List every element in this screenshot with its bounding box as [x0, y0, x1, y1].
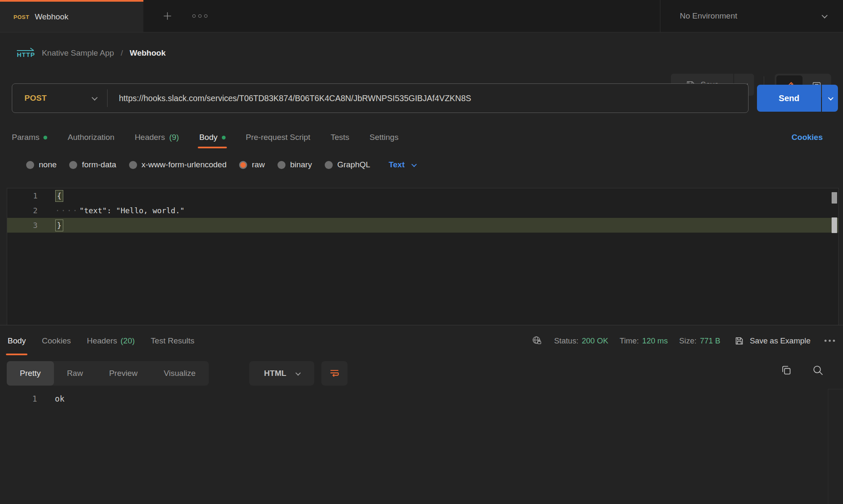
tab-body[interactable]: Body: [199, 126, 225, 148]
mode-graphql[interactable]: GraphQL: [325, 160, 370, 169]
line-number: 3: [7, 221, 38, 230]
search-button[interactable]: [812, 364, 824, 376]
wrap-text-icon: [329, 367, 340, 379]
body-mode-row: none form-data x-www-form-urlencoded raw…: [0, 155, 843, 174]
breadcrumb-request-name[interactable]: Webhook: [130, 48, 166, 58]
view-pretty[interactable]: Pretty: [7, 361, 54, 386]
response-tab-test-results[interactable]: Test Results: [151, 325, 194, 356]
response-view-switcher: Pretty Raw Preview Visualize: [7, 361, 209, 386]
request-body-editor[interactable]: 1 { 2 ····"text": "Hello, world." 3 }: [7, 188, 839, 325]
status-label: Status:: [554, 336, 579, 346]
postman-window: POST Webhook No Environment HTTP Knative…: [0, 0, 843, 504]
new-tab-button[interactable]: [159, 7, 176, 25]
line-number: 1: [7, 191, 38, 200]
tab-tests[interactable]: Tests: [331, 126, 349, 148]
chevron-down-icon: [295, 370, 301, 375]
cookies-link[interactable]: Cookies: [792, 126, 823, 148]
editor-line: 2 ····"text": "Hello, world.": [7, 203, 838, 218]
response-options-button[interactable]: [822, 337, 838, 344]
mode-raw[interactable]: raw: [239, 160, 265, 169]
response-toolbar: Pretty Raw Preview Visualize HTML: [7, 361, 843, 386]
url-input[interactable]: [108, 94, 748, 103]
radio-icon: [325, 161, 333, 169]
save-as-example-button[interactable]: Save as Example: [734, 336, 811, 346]
line-number: 1: [0, 394, 37, 403]
time-value: 120 ms: [642, 336, 668, 346]
environment-selector[interactable]: No Environment: [660, 0, 843, 32]
method-label: POST: [24, 94, 47, 103]
ellipsis-icon: [824, 340, 827, 342]
response-tab-cookies[interactable]: Cookies: [42, 325, 71, 356]
tab-headers[interactable]: Headers (9): [135, 126, 179, 148]
status-value: 200 OK: [582, 336, 609, 346]
line-number: 2: [7, 206, 38, 215]
radio-icon: [69, 161, 77, 169]
search-icon: [812, 364, 824, 376]
ellipsis-icon: [192, 14, 196, 18]
open-brace: {: [55, 190, 63, 202]
tab-authorization[interactable]: Authorization: [67, 126, 114, 148]
copy-button[interactable]: [780, 364, 792, 376]
raw-language-selector[interactable]: Text: [389, 160, 416, 169]
network-lock-icon[interactable]: [531, 335, 543, 346]
mode-none[interactable]: none: [26, 160, 57, 169]
breadcrumb-collection[interactable]: Knative Sample App: [42, 48, 114, 58]
chevron-down-icon: [828, 95, 833, 100]
whitespace-dots: ····: [55, 206, 78, 215]
response-scroll-gutter: [828, 389, 843, 389]
send-options-button[interactable]: [822, 85, 838, 112]
http-request-icon: HTTP: [17, 48, 35, 58]
response-header: Body Cookies Headers (20) Test Results S…: [0, 325, 843, 356]
request-url-bar: POST: [12, 83, 749, 113]
editor-scrollbar-mark[interactable]: [832, 192, 837, 204]
editor-scrollbar-mark[interactable]: [832, 217, 837, 233]
editor-line-current: 3 }: [7, 218, 838, 233]
breadcrumb: HTTP Knative Sample App / Webhook: [17, 48, 166, 58]
green-dot-indicator: [43, 136, 47, 139]
method-selector[interactable]: POST: [12, 84, 107, 113]
tab-settings[interactable]: Settings: [369, 126, 399, 148]
editor-line: 1 {: [7, 188, 838, 203]
request-header-row: HTTP Knative Sample App / Webhook Save: [0, 32, 843, 83]
tab-strip: POST Webhook No Environment: [0, 0, 843, 32]
response-body[interactable]: 1 ok: [0, 391, 843, 406]
radio-icon: [277, 161, 285, 169]
plus-icon: [162, 11, 173, 21]
headers-count: (9): [169, 133, 179, 142]
time-label: Time:: [619, 336, 639, 346]
tab-method-badge: POST: [13, 14, 29, 20]
request-tabs: Params Authorization Headers (9) Body Pr…: [0, 126, 843, 148]
chevron-down-icon: [412, 161, 417, 167]
request-tab-webhook[interactable]: POST Webhook: [0, 0, 143, 32]
mode-x-www-form-urlencoded[interactable]: x-www-form-urlencoded: [129, 160, 227, 169]
green-dot-indicator: [222, 136, 226, 139]
send-button[interactable]: Send: [757, 85, 821, 112]
close-brace: }: [55, 220, 63, 231]
response-scroll-gutter: [828, 389, 828, 504]
tab-params[interactable]: Params: [12, 126, 47, 148]
radio-icon: [129, 161, 137, 169]
response-tab-headers[interactable]: Headers (20): [87, 325, 135, 356]
size-value: 771 B: [700, 336, 720, 346]
tab-options-button[interactable]: [189, 11, 211, 21]
code-text: "text": "Hello, world.": [79, 206, 184, 215]
response-text: ok: [37, 394, 65, 403]
size-label: Size:: [679, 336, 697, 346]
wrap-text-button[interactable]: [321, 361, 347, 386]
view-raw[interactable]: Raw: [54, 361, 96, 386]
floppy-disk-icon: [734, 336, 744, 346]
mode-form-data[interactable]: form-data: [69, 160, 116, 169]
response-meta: Status:200 OK Time:120 ms Size:771 B Sav…: [531, 325, 838, 356]
response-format-selector[interactable]: HTML: [249, 361, 314, 386]
mode-binary[interactable]: binary: [277, 160, 312, 169]
response-tab-body[interactable]: Body: [8, 325, 26, 356]
tab-pre-request-script[interactable]: Pre-request Script: [246, 126, 310, 148]
environment-label: No Environment: [680, 11, 822, 21]
radio-icon: [26, 161, 34, 169]
view-preview[interactable]: Preview: [96, 361, 151, 386]
response-actions: [780, 364, 824, 376]
breadcrumb-separator: /: [121, 48, 123, 58]
chevron-down-icon: [92, 95, 97, 101]
send-button-group: Send: [757, 85, 838, 112]
view-visualize[interactable]: Visualize: [151, 361, 209, 386]
